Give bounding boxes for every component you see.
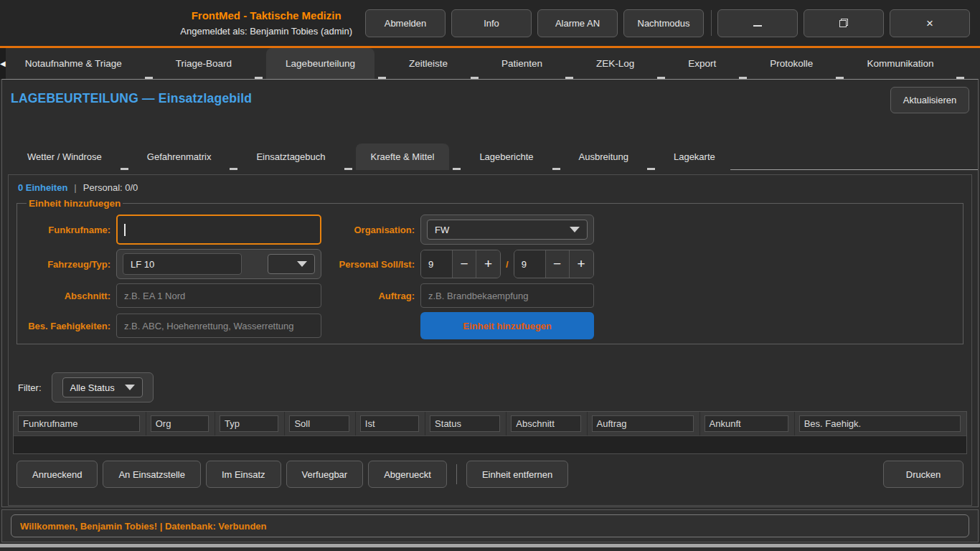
main-tab-bar: ◀ Notaufnahme & Triage Triage-Board Lage… xyxy=(0,48,980,79)
tab-divider xyxy=(453,168,461,170)
restore-button[interactable] xyxy=(804,9,884,37)
subtab-lagekarte[interactable]: Lagekarte xyxy=(659,143,730,170)
fahrzeug-input[interactable] xyxy=(123,253,242,275)
subtab-ausbreitung[interactable]: Ausbreitung xyxy=(564,143,644,170)
alarms-toggle-button[interactable]: Alarme AN xyxy=(537,9,618,37)
chevron-down-icon xyxy=(570,227,580,232)
personal-soll-value[interactable]: 9 xyxy=(421,250,453,278)
fahrzeug-typ-select[interactable] xyxy=(268,254,315,274)
status-an-einsatzstelle-button[interactable]: An Einsatzstelle xyxy=(103,461,201,488)
refresh-button[interactable]: Aktualisieren xyxy=(890,87,969,113)
restore-icon xyxy=(839,19,848,27)
add-unit-form: Funkrufname: Organisation: FW xyxy=(26,215,963,339)
tab-divider xyxy=(344,168,352,170)
logout-button[interactable]: Abmelden xyxy=(365,9,446,37)
night-mode-button[interactable]: Nachtmodus xyxy=(623,9,704,37)
personal-steppers: 9 − + / 9 − + xyxy=(420,250,594,278)
subtab-baseline xyxy=(730,169,978,170)
lagebeurteilung-panel: LAGEBEURTEILUNG — Einsatzlagebild Aktual… xyxy=(1,79,979,507)
tab-patienten[interactable]: Patienten xyxy=(482,48,562,79)
column-header-auftrag[interactable]: Auftrag xyxy=(588,412,700,435)
window-controls-divider xyxy=(711,10,712,36)
window-bottom-scrollbar[interactable] xyxy=(0,544,980,547)
column-header-funkrufname[interactable]: Funkrufname xyxy=(14,412,146,435)
tab-triage-board[interactable]: Triage-Board xyxy=(156,48,251,79)
add-unit-button[interactable]: Einheit hinzufuegen xyxy=(420,312,594,339)
personal-soll-ist-label: Personal Soll/Ist: xyxy=(327,249,415,279)
personal-count: Personal: 0/0 xyxy=(83,182,138,193)
actions-divider xyxy=(456,464,457,484)
column-header-soll[interactable]: Soll xyxy=(285,412,355,435)
sub-tab-bar: Wetter / Windrose Gefahrenmatrix Einsatz… xyxy=(2,143,978,170)
tab-divider xyxy=(647,168,655,170)
abschnitt-input[interactable] xyxy=(116,283,321,308)
tab-protokolle[interactable]: Protokolle xyxy=(750,48,832,79)
add-unit-legend: Einheit hinzufuegen xyxy=(27,198,123,209)
remove-unit-button[interactable]: Einheit entfernen xyxy=(466,461,568,488)
tab-divider xyxy=(145,77,153,79)
print-button[interactable]: Drucken xyxy=(883,461,963,488)
bes-faehigkeiten-label: Bes. Faehigkeiten: xyxy=(26,312,110,339)
filter-label: Filter: xyxy=(18,382,42,393)
chevron-down-icon xyxy=(125,385,135,390)
fahrzeug-field-wrap xyxy=(116,249,321,279)
logged-in-as: Angemeldet als: Benjamin Tobies (admin) xyxy=(180,24,352,39)
summary-row: 0 Einheiten | Personal: 0/0 xyxy=(9,175,971,198)
soll-decrement-button[interactable]: − xyxy=(453,250,476,278)
tab-zek-log[interactable]: ZEK-Log xyxy=(577,48,654,79)
ist-increment-button[interactable]: + xyxy=(570,250,593,278)
abschnitt-label: Abschnitt: xyxy=(26,283,110,308)
tabs-scroll-left-button[interactable]: ◀ xyxy=(0,48,6,79)
tab-lagebeurteilung[interactable]: Lagebeurteilung xyxy=(266,48,374,79)
personal-ist-value[interactable]: 9 xyxy=(514,250,546,278)
tab-zeitleiste[interactable]: Zeitleiste xyxy=(390,48,467,79)
subtab-wetter-windrose[interactable]: Wetter / Windrose xyxy=(12,143,117,170)
bes-faehigkeiten-input[interactable] xyxy=(116,314,321,338)
column-header-org[interactable]: Org xyxy=(146,412,215,435)
ist-decrement-button[interactable]: − xyxy=(546,250,570,278)
funkrufname-input[interactable] xyxy=(118,216,320,243)
status-verfuegbar-button[interactable]: Verfuegbar xyxy=(286,461,364,488)
tab-export[interactable]: Export xyxy=(669,48,735,79)
subtab-kraefte-mittel[interactable]: Kraefte & Mittel xyxy=(356,143,450,170)
status-filter-select[interactable]: Alle Status xyxy=(62,377,143,397)
organisation-select[interactable]: FW xyxy=(427,220,588,240)
app-title-block: FrontMed - Taktische Medizin Angemeldet … xyxy=(180,7,352,38)
app-header: FrontMed - Taktische Medizin Angemeldet … xyxy=(0,0,980,48)
column-header-bes-faehigk[interactable]: Bes. Faehigk. xyxy=(795,412,966,435)
column-header-ankunft[interactable]: Ankunft xyxy=(700,412,795,435)
units-table-empty-body[interactable] xyxy=(14,435,966,453)
status-abgerueckt-button[interactable]: Abgerueckt xyxy=(368,461,447,488)
subtab-einsatztagebuch[interactable]: Einsatztagebuch xyxy=(241,143,340,170)
subtab-lageberichte[interactable]: Lageberichte xyxy=(464,143,548,170)
tab-divider xyxy=(121,168,128,170)
minimize-icon xyxy=(753,25,762,27)
status-anrueckend-button[interactable]: Anrueckend xyxy=(17,461,98,488)
subtab-gefahrenmatrix[interactable]: Gefahrenmatrix xyxy=(132,143,227,170)
tab-qr-codes[interactable]: QR-Codes xyxy=(968,48,980,79)
status-message: Willkommen, Benjamin Tobies! | Datenbank… xyxy=(20,521,267,532)
soll-increment-button[interactable]: + xyxy=(476,250,500,278)
auftrag-input[interactable] xyxy=(420,283,594,308)
status-filter-value: Alle Status xyxy=(70,382,125,393)
minimize-button[interactable] xyxy=(717,9,798,37)
tab-kommunikation[interactable]: Kommunikation xyxy=(847,48,953,79)
tab-notaufnahme-triage[interactable]: Notaufnahme & Triage xyxy=(6,48,141,79)
add-unit-fieldset: Einheit hinzufuegen Funkrufname: Organis… xyxy=(17,198,963,344)
tab-divider xyxy=(552,168,560,170)
close-icon: × xyxy=(926,17,933,29)
units-count: 0 Einheiten xyxy=(18,182,67,193)
tab-divider xyxy=(255,77,263,79)
column-header-status[interactable]: Status xyxy=(425,412,507,435)
close-button[interactable]: × xyxy=(890,9,970,37)
funkrufname-label: Funkrufname: xyxy=(26,215,110,245)
column-header-ist[interactable]: Ist xyxy=(356,412,425,435)
info-button[interactable]: Info xyxy=(451,9,532,37)
units-table: Funkrufname Org Typ Soll Ist Status Absc… xyxy=(13,411,967,454)
column-header-typ[interactable]: Typ xyxy=(215,412,285,435)
status-im-einsatz-button[interactable]: Im Einsatz xyxy=(206,461,281,488)
kraefte-mittel-content: 0 Einheiten | Personal: 0/0 Einheit hinz… xyxy=(8,174,972,506)
column-header-abschnitt[interactable]: Abschnitt xyxy=(507,412,587,435)
funkrufname-field-wrap xyxy=(116,215,321,245)
tab-divider xyxy=(230,168,237,170)
